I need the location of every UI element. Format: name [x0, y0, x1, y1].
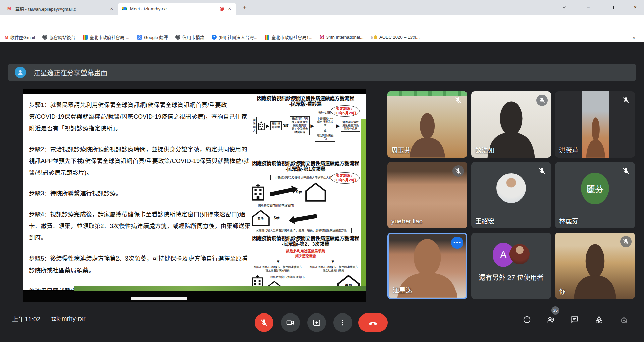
flowchart-refill-pickup: 因應疫情疫情視訊診療開立慢性病連續處方箋流程 -民眾版-第2、3次領藥 鼓勵多利…	[251, 233, 360, 290]
present-button[interactable]	[307, 313, 326, 332]
deadline-bubble: 暫定期限：110年5月28日	[331, 105, 360, 117]
bookmark-credit-donation[interactable]: 信用卡捐款	[175, 34, 204, 40]
bookmark-taipei-social-2[interactable]: 臺北市政府社會局1...	[265, 34, 312, 40]
browser-toolbar: meet.google.com/tzk-mrhy-rxr ✋	[0, 15, 644, 32]
participant-name: 周玉芬	[391, 145, 411, 154]
tab-title: 草稿 - taiwan.epilepsy@gmail.c	[15, 6, 106, 12]
arrow-icon: ▶	[336, 123, 340, 128]
flowchart-title: 因應疫情視訊診療開立慢性病連續處方箋流程	[251, 95, 360, 101]
patient-house	[305, 182, 326, 202]
person-silhouette	[583, 115, 608, 158]
tab-gmail[interactable]: M 草稿 - taiwan.epilepsy@gmail.c ×	[3, 3, 118, 15]
tab-meet[interactable]: Meet - tzk-mrhy-rxr ×	[118, 3, 236, 15]
tile-options-badge[interactable]: •••	[451, 237, 463, 249]
bookmark-taipei-social[interactable]: 臺北市政府社會局-...	[83, 34, 129, 40]
bookmark-association-site[interactable]: 協會網站後台	[42, 34, 75, 40]
bookmark-34th-international[interactable]: M34th International...	[320, 35, 364, 40]
bookmark-facebook[interactable]: f(96) 社團法人台灣...	[212, 34, 258, 40]
avatar-initials: 麗芬	[586, 182, 604, 195]
window-minimize-button[interactable]: −	[583, 2, 594, 13]
tile-participant-6[interactable]: 麗芬 林麗芬	[555, 162, 635, 228]
presenting-banner: 江星逸正在分享螢幕畫面	[8, 64, 636, 81]
shared-scrollbar-fragment	[131, 297, 187, 300]
tile-self[interactable]: 你	[555, 233, 635, 299]
meet-favicon-icon	[122, 6, 127, 11]
tile-participant-3[interactable]: 洪薇萍	[555, 91, 635, 158]
show-participants-icon[interactable]	[546, 315, 556, 325]
participant-name: 王紹宏	[475, 216, 494, 225]
flow-column: 醫師可退掛 下載視訊APP或自行視訊診療 或 電話問診(需錄音)	[315, 110, 335, 142]
flowchart-title: 因應疫情疫情視訊診療開立慢性病連續處方箋流程	[251, 160, 360, 166]
window-close-button[interactable]: ×	[630, 2, 641, 13]
bookmark-label: 臺北市政府社會局1...	[271, 34, 312, 40]
meet-footer: 上午11:02 tzk-mrhy-rxr 36	[0, 302, 644, 342]
bookmark-gmail[interactable]: M收件匣Gmail	[5, 34, 35, 40]
flow-box-prescription: 醫師開立慢性病連續處方箋並製作病歷	[341, 120, 360, 132]
chat-icon[interactable]	[570, 315, 580, 325]
new-tab-button[interactable]: +	[240, 3, 249, 12]
flow-box-hospital-window: 院所特定窗口(如得來速窗口)	[251, 203, 301, 208]
gmail-favicon-icon: M	[5, 35, 8, 40]
flow-box-hospital-window: 院所特定窗口(如得來速窗口)	[266, 275, 309, 280]
tile-presenter[interactable]: ••• 江星逸	[387, 233, 467, 299]
flowchart-title: 因應疫情疫情視訊診療開立慢性病連續處方箋流程	[251, 235, 360, 241]
community-pharmacy-note: 鼓勵多利用社區藥局領藥減少感染機會	[251, 249, 360, 258]
presenting-banner-text: 江星逸正在分享螢幕畫面	[34, 68, 107, 77]
arrow-left-icon	[293, 214, 317, 222]
tile-participant-1[interactable]: 周玉芬	[387, 91, 467, 158]
meeting-details-info-icon[interactable]	[522, 315, 532, 325]
step-3: 步驟3：待院所聯繫進行視訊診療。	[29, 188, 251, 199]
photo-avatar	[509, 244, 530, 264]
bookmark-label: 收件匣Gmail	[10, 34, 35, 40]
tab-close-icon[interactable]: ×	[109, 6, 115, 12]
bookmark-google-translate[interactable]: 文Google 翻譯	[137, 34, 168, 40]
arrow-down-icon: ▼	[331, 259, 335, 264]
mic-off-icon	[620, 236, 632, 247]
gmail-favicon-icon: M	[7, 6, 13, 11]
more-options-button[interactable]	[333, 313, 352, 332]
arrows-row: ▼ ▼	[251, 259, 360, 264]
tile-more-participants[interactable]: A 還有另外 27 位使用者	[471, 233, 551, 299]
participant-name: 林麗芬	[559, 216, 578, 225]
option-boxes-row: 家屬或代理人持健保卡、慢性病連續處方箋至原看診院所領藥 家屬或代理人持健保卡、慢…	[251, 265, 360, 273]
flow-or-label: 或	[324, 129, 326, 132]
host-controls-lock-icon[interactable]	[619, 315, 629, 325]
flow-row: $⇄	[251, 182, 360, 202]
bookmarks-overflow-chevron[interactable]: »	[633, 34, 639, 40]
clinic-label: 診所	[251, 216, 270, 221]
tab-close-icon[interactable]: ×	[227, 6, 233, 12]
bookmark-aoec-2020[interactable]: ((AOEC 2020 – 13th...	[371, 35, 420, 40]
meeting-info: 上午11:02 tzk-mrhy-rxr	[12, 314, 85, 323]
participant-name: 洪薇萍	[559, 145, 578, 154]
globe-favicon-icon	[175, 35, 180, 40]
portrait-video-strip	[582, 91, 609, 158]
taipei-favicon-icon	[83, 35, 88, 40]
camera-toggle-button[interactable]	[281, 313, 300, 332]
mic-off-icon	[536, 165, 548, 177]
tile-participant-5[interactable]: 王紹宏	[471, 162, 551, 228]
activities-icon[interactable]	[594, 315, 604, 325]
participant-name: 談浩如	[475, 145, 494, 154]
participant-name: 你	[559, 287, 566, 296]
tab-search-chevron-icon[interactable]	[559, 2, 570, 13]
mic-off-icon	[452, 165, 464, 177]
mic-toggle-button[interactable]	[255, 313, 273, 332]
window-maximize-button[interactable]	[606, 2, 617, 13]
hang-up-button[interactable]	[358, 313, 388, 332]
shared-document: 步驟1：就醫民眾請先利用健保署全球資訊網(健保署全球資訊網首頁/重要政策/COV…	[23, 94, 366, 290]
document-steps: 步驟1：就醫民眾請先利用健保署全球資訊網(健保署全球資訊網首頁/重要政策/COV…	[29, 99, 251, 290]
flow-box-hospital-pickup: 家屬或代理人持健保卡、慢性病連續處方箋至原看診院所領藥	[251, 265, 304, 273]
tile-participant-2[interactable]: 談浩如	[471, 91, 551, 158]
ilae-favicon-icon: M	[320, 35, 324, 40]
taipei-favicon-icon	[265, 35, 269, 40]
flow-box-phone-consult: 電話問診(需錄音)	[315, 133, 335, 142]
shared-screen[interactable]: 步驟1：就醫民眾請先利用健保署全球資訊網(健保署全球資訊網首頁/重要政策/COV…	[23, 89, 366, 302]
flow-box-doctor-lookup: 醫師利用「因應天災及緊急醫療查詢作業」查詢過去就醫資料	[290, 116, 310, 135]
facebook-favicon-icon: f	[212, 35, 217, 40]
tile-participant-4[interactable]: yueher liao	[387, 162, 467, 228]
stacked-avatars: A	[471, 243, 551, 267]
arrow-icon: ▶	[311, 123, 314, 128]
meeting-code: tzk-mrhy-rxr	[51, 315, 85, 322]
flow-row: 診所 $⇄	[251, 210, 360, 226]
bookmark-label: AOEC 2020 – 13th...	[379, 35, 420, 40]
